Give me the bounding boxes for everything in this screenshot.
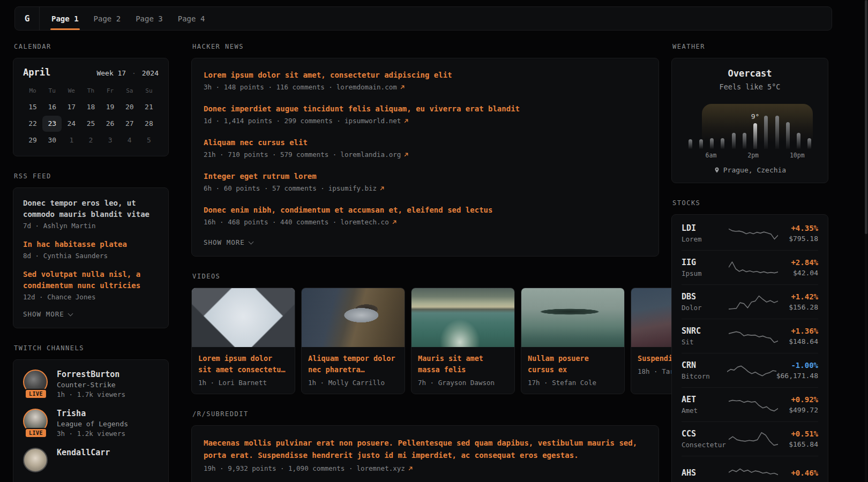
weather-hour-slot: 9° xyxy=(750,112,761,149)
nav-tab[interactable]: Page 1 xyxy=(44,7,86,30)
video-card[interactable]: Nullam posuere cursus ex 17h · Stefan Co… xyxy=(521,288,625,394)
hackernews-item-title[interactable]: Lorem ipsum dolor sit amet, consectetur … xyxy=(204,70,647,80)
hackernews-item-domain[interactable]: loremlandia.org xyxy=(340,150,401,159)
stocks-card: LDI Lorem +4.35% $795.18 xyxy=(671,214,828,482)
hackernews-show-more-label: SHOW MORE xyxy=(204,238,245,246)
navbar: G Page 1 Page 2 Page 3 Page 4 xyxy=(14,6,832,31)
video-title[interactable]: Suspendisse diam xyxy=(638,353,673,364)
weather-bars: 9° xyxy=(685,102,815,149)
weather-hour-label xyxy=(727,152,737,159)
video-thumbnail[interactable] xyxy=(521,288,624,347)
hackernews-item-title[interactable]: Aliquam nec cursus elit xyxy=(204,137,647,148)
twitch-channel-name[interactable]: ForrestBurton xyxy=(57,370,125,379)
twitch-channel-row[interactable]: LIVE ForrestBurton Counter-Strike 1h · 1… xyxy=(23,370,159,398)
calendar-grid: Mo Tu We Th Fr Sa Su xyxy=(23,85,159,97)
stock-change: +1.42% xyxy=(778,292,818,301)
weather-bar xyxy=(699,139,703,149)
stock-row[interactable]: DBS Dolor +1.42% $156.28 xyxy=(682,284,818,319)
hackernews-item-domain[interactable]: ipsumworld.net xyxy=(345,117,401,125)
hackernews-show-more-button[interactable]: SHOW MORE xyxy=(204,238,647,246)
video-title[interactable]: Aliquam tempor dolor nec pharetra… xyxy=(308,353,398,375)
twitch-section: TWITCH CHANNELS LIVE ForrestBurton Count… xyxy=(13,344,169,482)
stock-identity: AHS xyxy=(682,468,729,478)
external-link-icon[interactable] xyxy=(379,186,385,191)
stock-row[interactable]: SNRC Sit +1.36% $148.64 xyxy=(682,319,818,353)
stock-row[interactable]: CRN Bitcorn -1.00% $66,171.48 xyxy=(682,353,818,387)
video-title[interactable]: Mauris sit amet massa felis xyxy=(418,353,508,375)
video-thumbnail[interactable] xyxy=(302,288,405,347)
external-link-icon[interactable] xyxy=(403,118,409,124)
nav-tab[interactable]: Page 2 xyxy=(86,7,129,30)
calendar-day: 22 xyxy=(23,116,42,132)
stock-price: $156.28 xyxy=(778,303,818,311)
calendar-day: 25 xyxy=(81,116,100,132)
nav-tab[interactable]: Page 4 xyxy=(170,7,213,30)
subreddit-section: /R/SUBREDDIT Maecenas mollis pulvinar er… xyxy=(191,410,659,482)
app-logo[interactable]: G xyxy=(15,7,40,30)
twitch-channel-row[interactable]: KendallCarr xyxy=(23,448,159,473)
external-link-icon[interactable] xyxy=(408,466,413,471)
rss-item-meta: 12d · Chance Jones xyxy=(23,293,159,301)
stock-identity: LDI Lorem xyxy=(682,223,729,243)
rss-item-title[interactable]: In hac habitasse platea xyxy=(23,239,159,250)
map-pin-icon xyxy=(714,167,720,174)
calendar-day: 24 xyxy=(62,116,81,132)
hackernews-item-title[interactable]: Donec enim nibh, condimentum et accumsan… xyxy=(204,205,647,215)
video-title[interactable]: Nullam posuere cursus ex xyxy=(528,353,618,375)
weather-feels-like: Feels like 5°C xyxy=(682,82,818,91)
stock-change: +0.51% xyxy=(778,430,818,438)
stock-name: Bitcorn xyxy=(682,372,727,380)
stock-row[interactable]: LDI Lorem +4.35% $795.18 xyxy=(682,216,818,250)
video-card[interactable]: Lorem ipsum dolor sit amet consectetu… 1… xyxy=(191,288,295,394)
video-card[interactable]: Aliquam tempor dolor nec pharetra… 1h · … xyxy=(301,288,405,394)
twitch-header: TWITCH CHANNELS xyxy=(14,344,168,352)
rss-item-title[interactable]: Donec tempor eros leo, ut commodo mauris… xyxy=(23,198,159,220)
content: CALENDAR April Week 17 · 2024 Mo xyxy=(13,43,828,482)
video-thumbnail[interactable] xyxy=(192,288,295,347)
hackernews-item-domain[interactable]: ipsumify.biz xyxy=(328,184,377,192)
external-link-icon[interactable] xyxy=(392,220,397,225)
stock-change: +1.36% xyxy=(778,327,818,335)
rss-show-more-button[interactable]: SHOW MORE xyxy=(23,310,159,318)
calendar-day: 26 xyxy=(101,116,120,132)
rss-item-title[interactable]: Sed volutpat nulla nisl, a condimentum n… xyxy=(23,269,159,291)
scrollbar-thumb[interactable] xyxy=(865,0,867,234)
calendar-day: 28 xyxy=(139,116,159,132)
weather-hour-slot xyxy=(782,122,793,149)
rss-header: RSS FEED xyxy=(14,172,168,180)
hackernews-item-stats: 6h · 60 points · 57 comments · xyxy=(204,184,325,192)
video-title[interactable]: Lorem ipsum dolor sit amet consectetu… xyxy=(198,353,288,375)
subreddit-post-domain[interactable]: loremnet.xyz xyxy=(356,464,405,472)
videos-section: VIDEOS Lorem ipsum dolor sit amet consec… xyxy=(191,273,659,394)
calendar-day-name: Su xyxy=(139,85,159,97)
external-link-icon[interactable] xyxy=(400,85,405,90)
video-card[interactable]: Mauris sit amet massa felis 7h · Grayson… xyxy=(411,288,515,394)
video-thumbnail[interactable] xyxy=(411,288,514,347)
stock-name: Dolor xyxy=(682,304,729,312)
stock-identity: CCS Consectetur xyxy=(682,429,729,449)
hackernews-item-domain[interactable]: loremtech.co xyxy=(340,218,388,226)
stock-row[interactable]: AET Amet +0.92% $499.72 xyxy=(682,387,818,421)
stock-row[interactable]: CCS Consectetur +0.51% $165.84 xyxy=(682,421,818,456)
hackernews-item-meta: 3h · 148 points · 116 comments · loremdo… xyxy=(204,83,647,91)
video-meta: 7h · Grayson Dawson xyxy=(418,379,508,387)
weather-header: WEATHER xyxy=(672,43,827,50)
twitch-channel-row[interactable]: LIVE Trisha League of Legends 3h · 1.2k … xyxy=(23,409,159,438)
twitch-channel-name[interactable]: Trisha xyxy=(57,409,128,418)
weather-hour-label xyxy=(695,152,705,159)
stocks-header: STOCKS xyxy=(672,199,827,207)
weather-hour-label xyxy=(685,152,695,159)
video-card[interactable]: Suspendisse diam 18h · Tara xyxy=(631,288,673,394)
separator-dot: · xyxy=(130,69,138,77)
subreddit-post-title[interactable]: Maecenas mollis pulvinar erat non posuer… xyxy=(204,437,647,462)
hackernews-item-domain[interactable]: loremdomain.com xyxy=(336,83,397,91)
calendar-card: April Week 17 · 2024 Mo Tu We xyxy=(13,58,169,156)
hackernews-item-title[interactable]: Integer eget rutrum lorem xyxy=(204,171,647,182)
twitch-channel-name[interactable]: KendallCarr xyxy=(57,448,110,457)
stock-row[interactable]: IIG Ipsum +2.84% $42.04 xyxy=(682,250,818,284)
stock-row[interactable]: AHS +0.46% xyxy=(682,456,818,482)
nav-tab[interactable]: Page 3 xyxy=(128,7,170,30)
video-thumbnail[interactable] xyxy=(631,288,673,347)
hackernews-item-title[interactable]: Donec imperdiet augue tincidunt felis al… xyxy=(204,103,647,114)
external-link-icon[interactable] xyxy=(403,152,409,157)
